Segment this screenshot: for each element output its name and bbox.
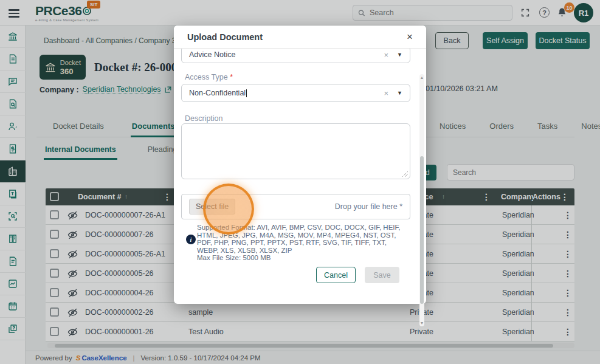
select-file-button[interactable]: Select file (189, 199, 235, 215)
document-type-value: Advice Notice (189, 50, 235, 59)
info-icon: i (186, 235, 196, 244)
chevron-down-icon[interactable]: ▼ (397, 90, 402, 96)
close-icon[interactable]: × (407, 32, 413, 42)
save-button[interactable]: Save (365, 267, 399, 283)
file-drop-area[interactable]: Select file Drop your file here * (181, 194, 410, 219)
text-cursor (246, 89, 247, 97)
upload-document-modal: Upload Document × Advice Notice × ▼ Acce… (174, 26, 426, 304)
modal-scrollbar[interactable]: ▲ ▼ (419, 74, 424, 326)
app-root: PRCe36 e-Filing & Case Management System… (0, 0, 600, 364)
access-type-select[interactable]: Non-Confidential × ▼ (181, 84, 410, 102)
chevron-down-icon[interactable]: ▼ (397, 52, 402, 58)
document-type-select[interactable]: Advice Notice × ▼ (181, 46, 410, 63)
required-asterisk: * (230, 73, 233, 81)
clear-icon[interactable]: × (384, 89, 388, 98)
modal-header: Upload Document × (174, 26, 426, 49)
description-textarea[interactable] (181, 123, 410, 179)
resize-grip[interactable] (402, 171, 408, 177)
supported-format-text: Supported Format: AVI, AVIF, BMP, CSV, D… (197, 224, 405, 254)
description-label: Description (185, 114, 223, 123)
access-type-label: Access Type * (185, 73, 233, 81)
access-type-value: Non-Confidential (189, 89, 246, 97)
modal-title: Upload Document (187, 32, 263, 42)
max-file-size-text: Max File Size: 5000 MB (197, 254, 271, 261)
cancel-button[interactable]: Cancel (316, 267, 356, 283)
drop-hint: Drop your file here * (335, 202, 402, 211)
clear-icon[interactable]: × (384, 50, 388, 60)
